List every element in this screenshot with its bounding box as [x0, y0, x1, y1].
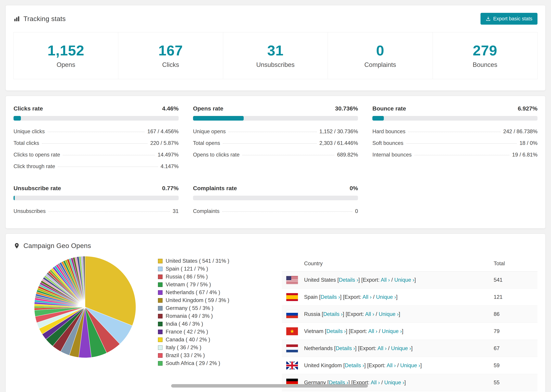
legend-swatch: [158, 329, 162, 334]
rates-grid: Clicks rate 4.46% Unique clicks 167 / 4.…: [6, 96, 545, 228]
dotted-leader: [58, 167, 158, 167]
export-unique-link[interactable]: Unique ›: [394, 277, 414, 283]
legend-label: South Africa ( 29 / 2% ): [166, 360, 220, 366]
stat-value: 31: [223, 42, 328, 59]
total-cell: 86: [494, 311, 533, 317]
dotted-leader: [242, 155, 334, 155]
legend-item: Italy ( 36 / 2% ): [158, 343, 264, 351]
stat-value: 167: [118, 42, 223, 59]
export-unique-link[interactable]: Unique ›: [382, 328, 402, 334]
details-link[interactable]: Details ›: [339, 277, 358, 283]
rate-row-value: 689.82%: [337, 152, 358, 158]
stat-boxes-row: 1,152 Opens 167 Clicks 31 Unsubscribes 0…: [14, 32, 537, 79]
dotted-leader: [228, 132, 317, 132]
pie-chart-svg: [34, 256, 136, 358]
export-all-link[interactable]: All ›: [362, 294, 372, 300]
rate-row-value: 220 / 5.87%: [150, 140, 178, 146]
rate-row: Total clicks 220 / 5.87%: [14, 137, 179, 149]
legend-label: United Kingdom ( 59 / 3% ): [166, 297, 229, 303]
legend-item: Spain ( 121 / 7% ): [158, 265, 264, 273]
download-icon: [486, 16, 491, 21]
legend-label: Spain ( 121 / 7% ): [166, 266, 208, 272]
legend-item: United States ( 541 / 31% ): [158, 257, 264, 265]
geo-opens-table: Country Total United States [Details ›] …: [282, 256, 537, 392]
details-link[interactable]: Details ›: [326, 328, 346, 334]
stat-box-bounces: 279 Bounces: [433, 32, 537, 79]
country-column-header: Country: [304, 260, 494, 267]
rate-row-label: Hard bounces: [372, 128, 405, 135]
rate-value: 4.46%: [162, 105, 178, 112]
rate-row-label: Total clicks: [14, 140, 39, 146]
rate-title: Complaints rate: [193, 185, 237, 192]
rate-progress-bar: [14, 116, 179, 121]
export-unique-link[interactable]: Unique ›: [376, 294, 396, 300]
dotted-leader: [42, 143, 148, 144]
rate-title: Clicks rate: [14, 105, 43, 112]
rate-progress-fill: [372, 116, 384, 121]
rate-progress-fill: [193, 116, 244, 121]
geo-content: United States ( 541 / 31% ) Spain ( 121 …: [6, 256, 545, 392]
legend-item: United Kingdom ( 59 / 3% ): [158, 296, 264, 304]
pie-legend: United States ( 541 / 31% ) Spain ( 121 …: [158, 256, 264, 367]
details-link[interactable]: Details ›: [345, 362, 364, 368]
legend-swatch: [158, 298, 162, 303]
export-unique-link[interactable]: Unique ›: [400, 362, 420, 368]
horizontal-scrollbar-thumb[interactable]: [171, 384, 368, 388]
geo-pie-chart: [34, 256, 136, 359]
legend-item: Romania ( 49 / 3% ): [158, 312, 264, 320]
export-all-link[interactable]: All ›: [368, 328, 377, 334]
geo-table-row-us: United States [Details ›] [Export: All ›…: [282, 271, 537, 288]
flag-us-icon: [286, 276, 298, 284]
rate-row-value: 167 / 4.456%: [147, 128, 179, 135]
country-cell: United Kingdom [Details ›] [Export: All …: [304, 362, 494, 369]
rate-block-clicks-rate: Clicks rate 4.46% Unique clicks 167 / 4.…: [14, 105, 179, 172]
rate-row-value: 1,152 / 30.736%: [319, 128, 358, 135]
total-cell: 59: [494, 362, 533, 369]
rate-row: Internal bounces 19 / 6.81%: [372, 149, 537, 161]
legend-label: Germany ( 55 / 3% ): [166, 305, 213, 311]
rate-progress-bar: [372, 116, 537, 121]
export-basic-stats-button[interactable]: Export basic stats: [480, 13, 537, 25]
rate-row-label: Unique opens: [193, 128, 226, 135]
export-basic-stats-label: Export basic stats: [493, 16, 532, 21]
legend-swatch: [158, 282, 162, 287]
geo-opens-header: Campaign Geo Opens: [6, 234, 545, 256]
export-all-link[interactable]: All ›: [365, 311, 374, 317]
rate-row-label: Click through rate: [14, 163, 55, 169]
legend-item: Netherlands ( 67 / 4% ): [158, 288, 264, 296]
rate-row: Total opens 2,303 / 61.446%: [193, 137, 358, 149]
rate-row-label: Opens to clicks rate: [193, 152, 240, 158]
rate-row-label: Complaints: [193, 208, 219, 214]
export-all-link[interactable]: All ›: [387, 362, 396, 368]
export-unique-link[interactable]: Unique ›: [379, 311, 399, 317]
export-all-link[interactable]: All ›: [381, 277, 390, 283]
rate-progress-bar: [14, 196, 179, 200]
flag-es-icon: [286, 293, 298, 301]
legend-item: Brazil ( 33 / 2% ): [158, 351, 264, 359]
total-cell: 55: [494, 379, 533, 386]
details-link[interactable]: Details ›: [321, 294, 340, 300]
dotted-leader: [406, 143, 517, 144]
rate-row-value: 31: [173, 208, 178, 214]
flag-nl-icon: [286, 344, 298, 352]
total-cell: 67: [494, 345, 533, 351]
dotted-leader: [414, 155, 509, 155]
legend-swatch: [158, 259, 162, 263]
rate-value: 0%: [350, 185, 358, 192]
details-link[interactable]: Details ›: [323, 311, 343, 317]
flag-ru-icon: [286, 310, 298, 318]
export-all-link[interactable]: All ›: [377, 345, 387, 351]
rate-row-label: Unique clicks: [14, 128, 45, 135]
export-unique-link[interactable]: Unique ›: [384, 379, 404, 385]
details-link[interactable]: Details ›: [336, 345, 355, 351]
rate-block-unsubscribe-rate: Unsubscribe rate 0.77% Unsubscribes 31: [14, 185, 179, 217]
rate-row-label: Clicks to opens rate: [14, 152, 60, 158]
rate-row-value: 2,303 / 61.446%: [319, 140, 358, 146]
legend-item: France ( 42 / 2% ): [158, 328, 264, 336]
flag-gb-icon: [286, 362, 298, 369]
export-unique-link[interactable]: Unique ›: [391, 345, 411, 351]
legend-swatch: [158, 361, 162, 366]
rate-row-label: Internal bounces: [372, 152, 411, 158]
export-all-link[interactable]: All ›: [371, 379, 380, 385]
rate-row: Soft bounces 18 / 0%: [372, 137, 537, 149]
